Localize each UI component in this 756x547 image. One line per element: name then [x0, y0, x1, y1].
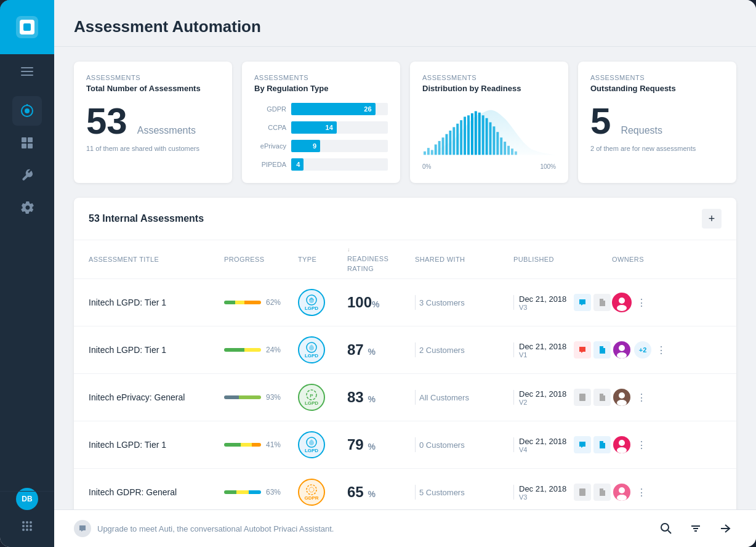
forward-button[interactable] [714, 517, 736, 540]
card-title-1: By Regulation Type [254, 84, 388, 93]
svg-point-54 [619, 345, 625, 351]
svg-point-51 [617, 305, 627, 311]
svg-rect-47 [515, 152, 517, 155]
row-4-readiness: 79 % [347, 436, 415, 453]
svg-point-70 [619, 487, 625, 493]
row-5-owners: ⋮ [612, 482, 686, 502]
owner-avatar-2 [612, 340, 632, 360]
type-badge-lgpd-4: LGPD [298, 431, 325, 458]
row-2-shared: 2 Customers [415, 342, 513, 357]
svg-rect-10 [28, 137, 33, 142]
row-3-more-menu[interactable]: ⋮ [634, 390, 649, 405]
svg-rect-23 [427, 148, 430, 155]
sidebar-bottom: DB [16, 488, 38, 547]
card-title-3: Outstanding Requests [590, 84, 724, 93]
svg-rect-35 [471, 113, 473, 155]
card-title-2: Distribution by Readiness [422, 84, 556, 93]
sidebar-divider [0, 491, 54, 492]
svg-point-17 [26, 525, 28, 527]
svg-rect-41 [493, 126, 495, 155]
row-3-progress: 93% [224, 393, 298, 402]
sidebar-item-tools[interactable] [12, 160, 42, 190]
svg-rect-11 [22, 144, 26, 148]
svg-rect-42 [496, 132, 499, 155]
page-header: Assessment Automation [54, 0, 756, 47]
page-title: Assessment Automation [74, 17, 736, 36]
row-3-published: Dec 21, 2018 V2 [513, 389, 612, 406]
col-published: Published [513, 246, 612, 272]
stat-card-regulation: Assessments By Regulation Type GDPR 26 C… [242, 62, 400, 183]
svg-rect-27 [442, 137, 444, 155]
content-area: Assessments Total Number of Assessments … [54, 47, 756, 509]
svg-point-67 [309, 487, 314, 492]
row-3-shared: All Customers [415, 390, 513, 405]
chat-icon-2 [574, 341, 591, 359]
svg-rect-32 [460, 120, 462, 155]
svg-point-66 [307, 485, 316, 495]
distribution-chart [422, 103, 556, 158]
row-5-more-menu[interactable]: ⋮ [634, 485, 649, 500]
dist-label-end: 100% [540, 163, 556, 170]
card-label-0: Assessments [86, 74, 220, 81]
filter-button[interactable] [685, 517, 707, 540]
owner-avatar-4 [612, 435, 632, 455]
chat-bubble: Upgrade to meet Auti, the conversational… [74, 520, 334, 537]
apps-icon[interactable] [16, 515, 38, 537]
svg-rect-24 [431, 150, 433, 155]
doc-icon-3b [593, 389, 611, 406]
svg-point-65 [617, 447, 627, 453]
svg-rect-9 [22, 137, 26, 142]
dist-label-start: 0% [422, 163, 431, 170]
table-row: Initech ePrivacy: General 93% P [74, 374, 736, 421]
row-1-owners: ⋮ [612, 293, 686, 312]
type-badge-eprivacy: P LGPD [298, 384, 325, 411]
doc-icon-3a [574, 389, 591, 406]
row-1-more-menu[interactable]: ⋮ [634, 295, 649, 310]
row-5-title: Initech GDPR: General [89, 487, 224, 497]
sidebar: DB [0, 0, 54, 547]
owner-avatar-3 [612, 387, 632, 407]
row-1-published: Dec 21, 2018 V3 [513, 294, 612, 311]
svg-line-73 [668, 530, 671, 533]
row-2-title: Initech LGPD: Tier 1 [89, 345, 224, 355]
row-4-more-menu[interactable]: ⋮ [634, 437, 649, 452]
svg-rect-28 [445, 134, 448, 155]
sidebar-item-dashboard[interactable] [12, 128, 42, 158]
menu-toggle[interactable] [0, 57, 54, 86]
svg-rect-39 [486, 118, 488, 155]
svg-point-14 [26, 521, 28, 524]
svg-rect-2 [23, 23, 31, 31]
row-4-owners: ⋮ [612, 435, 686, 455]
svg-rect-26 [438, 141, 441, 155]
row-5-published: Dec 21, 2018 V3 [513, 484, 612, 501]
stat-card-distribution: Assessments Distribution by Readiness [410, 62, 568, 183]
row-3-type: P LGPD [298, 384, 347, 411]
svg-rect-40 [489, 123, 492, 155]
svg-point-71 [617, 495, 627, 501]
row-2-more-menu[interactable]: ⋮ [654, 342, 669, 357]
row-2-type: LGPD [298, 336, 347, 363]
row-4-published: Dec 21, 2018 V4 [513, 436, 612, 453]
logo[interactable] [0, 0, 54, 54]
search-button[interactable] [655, 517, 677, 540]
sidebar-item-settings[interactable] [12, 192, 42, 222]
svg-point-16 [22, 525, 25, 527]
table-title: 53 Internal Assessments [89, 213, 204, 224]
svg-rect-46 [511, 148, 513, 155]
dist-labels: 0% 100% [422, 163, 556, 170]
type-badge-lgpd-2: LGPD [298, 336, 325, 363]
sidebar-nav [12, 96, 42, 488]
table-row: Initech LGPD: Tier 1 41% [74, 421, 736, 469]
sidebar-item-privacy[interactable] [12, 96, 42, 126]
svg-point-13 [22, 521, 25, 524]
row-1-readiness: 100% [347, 294, 415, 311]
assessments-table: 53 Internal Assessments + Assessment Tit… [74, 198, 736, 509]
svg-point-19 [22, 529, 25, 531]
row-5-readiness: 65 % [347, 484, 415, 501]
total-assessments-unit: Assessments [137, 125, 196, 136]
add-button[interactable]: + [702, 209, 722, 229]
doc-icon-4 [593, 436, 611, 453]
svg-rect-12 [28, 144, 33, 148]
svg-rect-4 [21, 71, 33, 72]
bottom-bar: Upgrade to meet Auti, the conversational… [54, 509, 756, 547]
